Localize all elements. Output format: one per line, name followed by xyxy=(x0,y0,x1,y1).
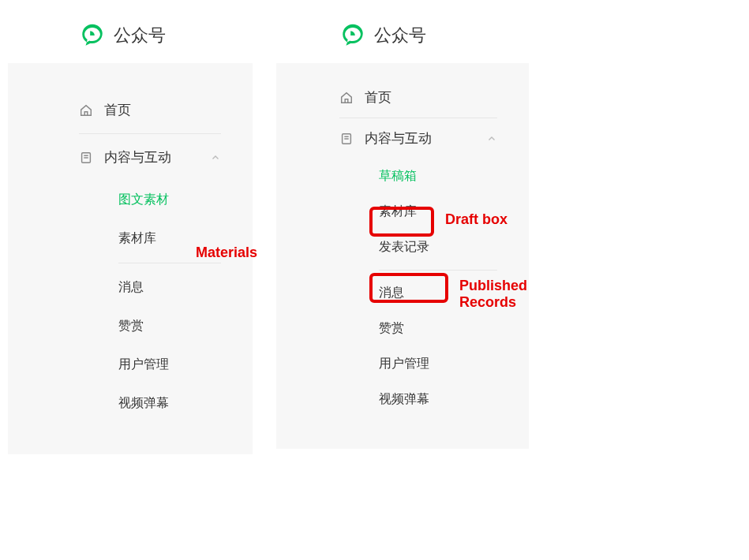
subitem-user-mgmt-right-label: 用户管理 xyxy=(379,357,429,370)
brand-text-right: 公众号 xyxy=(374,24,426,47)
menu-home[interactable]: 首页 xyxy=(8,87,253,133)
subitem-messages-label: 消息 xyxy=(118,280,144,293)
subitem-video-barrage[interactable]: 视频弹幕 xyxy=(8,384,253,423)
menu-content-right-label: 内容与互动 xyxy=(365,129,432,147)
wechat-logo-icon xyxy=(339,22,366,49)
subitem-appreciation-label: 赞赏 xyxy=(118,319,144,332)
brand-text: 公众号 xyxy=(114,24,166,47)
chevron-up-icon xyxy=(210,152,221,163)
document-icon xyxy=(339,132,354,146)
subitem-messages-right[interactable]: 消息 xyxy=(276,275,529,311)
brand-header: 公众号 xyxy=(8,8,253,63)
subitem-messages[interactable]: 消息 xyxy=(8,268,253,307)
subitem-publish-records[interactable]: 发表记录 xyxy=(276,230,529,265)
sub-divider xyxy=(379,270,497,271)
sidebar-right: 首页 内容与互动 草稿箱 素材库 发表记录 消息 赞赏 xyxy=(276,63,529,449)
menu-content[interactable]: 内容与互动 xyxy=(8,134,253,181)
sidebar-left: 首页 内容与互动 图文素材 素材库 消息 赞赏 用户管理 xyxy=(8,63,253,454)
subitem-video-barrage-right-label: 视频弹幕 xyxy=(379,392,429,405)
subitem-video-barrage-right[interactable]: 视频弹幕 xyxy=(276,382,529,417)
subitem-appreciation-right-label: 赞赏 xyxy=(379,321,404,334)
menu-home-right-label: 首页 xyxy=(365,88,391,106)
sub-divider xyxy=(118,263,221,263)
subitem-user-mgmt-right[interactable]: 用户管理 xyxy=(276,346,529,382)
chevron-up-icon xyxy=(486,133,497,144)
left-panel: 公众号 首页 内容与互动 图文素材 素材库 消息 xyxy=(8,8,253,454)
subitem-publish-records-label: 发表记录 xyxy=(379,240,429,253)
subitem-video-barrage-label: 视频弹幕 xyxy=(118,396,169,409)
subitem-materials[interactable]: 图文素材 xyxy=(8,181,253,219)
subitem-materials-label: 图文素材 xyxy=(118,192,169,206)
home-icon xyxy=(79,103,93,118)
subitem-drafts[interactable]: 草稿箱 xyxy=(276,159,529,194)
menu-content-right[interactable]: 内容与互动 xyxy=(276,118,529,159)
subitem-user-mgmt[interactable]: 用户管理 xyxy=(8,345,253,384)
subitem-appreciation[interactable]: 赞赏 xyxy=(8,307,253,345)
subitem-messages-right-label: 消息 xyxy=(379,286,404,299)
home-icon xyxy=(339,91,354,105)
subitem-appreciation-right[interactable]: 赞赏 xyxy=(276,311,529,346)
subitem-library[interactable]: 素材库 xyxy=(8,219,253,258)
subitem-library-right-label: 素材库 xyxy=(379,204,417,218)
menu-home-label: 首页 xyxy=(104,101,131,119)
subitem-library-label: 素材库 xyxy=(118,231,156,245)
right-panel: 公众号 首页 内容与互动 草稿箱 素材库 发表记录 xyxy=(276,8,529,454)
subitem-drafts-label: 草稿箱 xyxy=(379,169,417,182)
menu-home-right[interactable]: 首页 xyxy=(276,77,529,118)
subitem-user-mgmt-label: 用户管理 xyxy=(118,357,169,371)
wechat-logo-icon xyxy=(79,22,106,49)
menu-content-label: 内容与互动 xyxy=(104,148,171,166)
document-icon xyxy=(79,151,93,165)
brand-header-right: 公众号 xyxy=(276,8,529,63)
subitem-library-right[interactable]: 素材库 xyxy=(276,194,529,230)
